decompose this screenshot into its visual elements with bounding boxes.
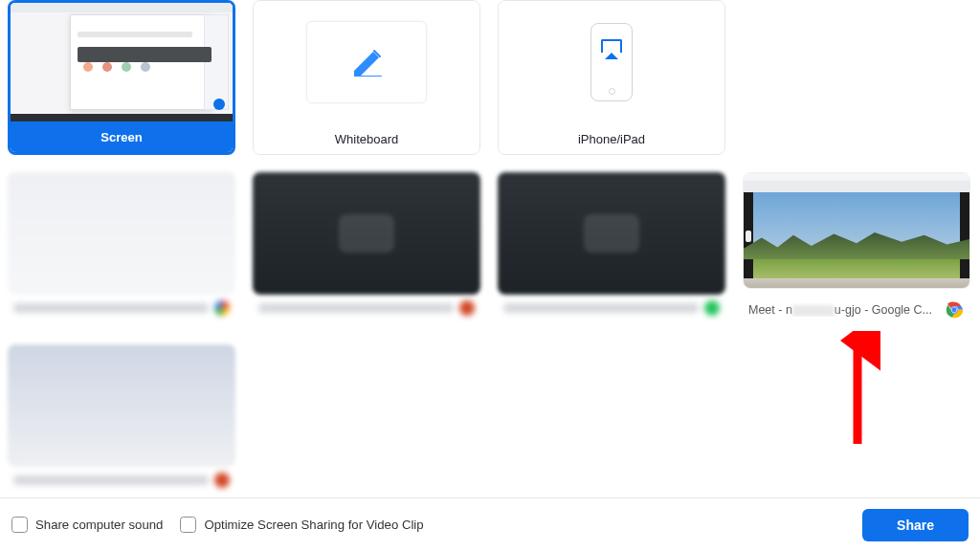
checkbox-box — [11, 517, 28, 533]
tile-whiteboard-label: Whiteboard — [254, 123, 479, 154]
tile-window-meet-label: Meet - nu-gjo - Google C... — [748, 303, 932, 317]
pencil-icon — [350, 48, 383, 77]
checkbox-box — [180, 517, 196, 533]
tile-iphone[interactable]: iPhone/iPad — [498, 0, 725, 155]
checkbox-optimize-video[interactable]: Optimize Screen Sharing for Video Clip — [180, 517, 423, 533]
checkbox-optimize-video-label: Optimize Screen Sharing for Video Clip — [204, 518, 423, 532]
screen-thumbnail — [11, 3, 233, 121]
tile-window-meet-label-row: Meet - nu-gjo - Google C... — [743, 295, 970, 325]
checkbox-share-sound[interactable]: Share computer sound — [11, 517, 163, 533]
checkbox-share-sound-label: Share computer sound — [35, 518, 163, 532]
footer-bar: Share computer sound Optimize Screen Sha… — [0, 497, 980, 551]
svg-point-4 — [952, 308, 957, 313]
tile-window-meet[interactable]: Meet - nu-gjo - Google C... — [743, 172, 970, 327]
tile-screen-label: Screen — [11, 121, 233, 152]
tile-whiteboard-preview — [254, 1, 479, 123]
airplay-icon — [601, 39, 622, 55]
tile-screen-preview — [11, 3, 233, 121]
tile-window-blurred-3[interactable] — [498, 172, 725, 327]
tile-window-meet-preview — [743, 172, 970, 289]
tile-window-blurred-4[interactable] — [8, 344, 235, 494]
tile-whiteboard[interactable]: Whiteboard — [253, 0, 480, 155]
meet-thumbnail — [744, 173, 969, 288]
redacted-text — [792, 305, 835, 317]
tile-screen[interactable]: Screen — [8, 0, 235, 155]
tile-window-blurred-1[interactable] — [8, 172, 235, 327]
share-button[interactable]: Share — [862, 509, 969, 541]
share-source-grid: Screen Whiteboard iPhone/iPad — [0, 0, 980, 494]
tile-window-blurred-2[interactable] — [253, 172, 480, 327]
tile-iphone-label: iPhone/iPad — [499, 123, 724, 154]
empty-cell — [743, 0, 970, 155]
tile-iphone-preview — [499, 1, 724, 123]
phone-icon — [590, 23, 633, 101]
chrome-icon — [944, 299, 965, 320]
whiteboard-card — [306, 21, 427, 103]
